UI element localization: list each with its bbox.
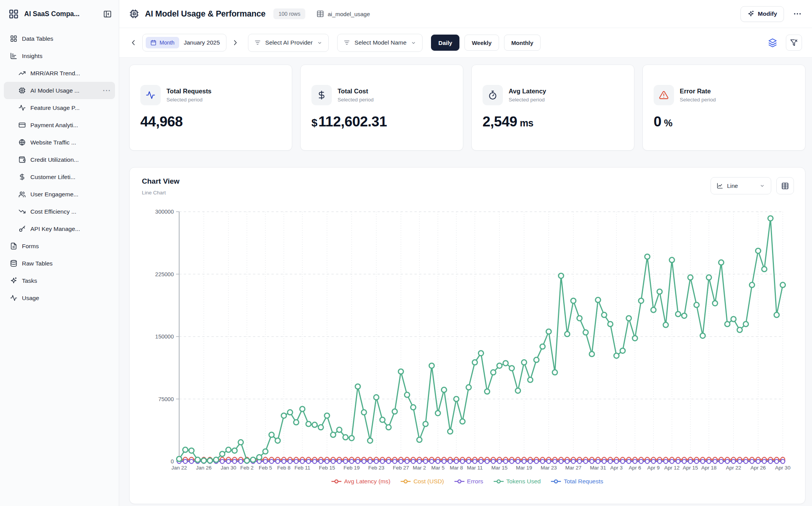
sidebar-item-label: Customer Lifeti...: [30, 174, 75, 181]
svg-text:Feb 8: Feb 8: [277, 465, 291, 471]
svg-text:150000: 150000: [155, 333, 174, 340]
chart-subtitle: Line Chart: [142, 190, 180, 196]
wallet-icon: [18, 156, 26, 163]
chevron-down-icon: [317, 40, 323, 46]
legend-label: Cost (USD): [413, 478, 444, 485]
table-icon: [316, 10, 324, 18]
sidebar-item-user-engageme[interactable]: User Engageme...: [4, 186, 115, 203]
more-menu-icon[interactable]: [793, 9, 802, 18]
table-icon: [781, 182, 789, 190]
svg-text:Apr 3: Apr 3: [610, 465, 622, 471]
granularity-weekly-button[interactable]: Weekly: [464, 35, 499, 51]
sidebar-item-raw-tables[interactable]: Raw Tables: [4, 255, 115, 272]
filter-x-icon: [790, 39, 798, 46]
chart-title: Chart View: [142, 177, 180, 186]
sidebar-item-credit-utilization[interactable]: Credit Utilization...: [4, 151, 115, 168]
sidebar-item-customer-lifeti[interactable]: Customer Lifeti...: [4, 168, 115, 186]
layers-icon[interactable]: [768, 38, 777, 48]
granularity-monthly-button[interactable]: Monthly: [504, 35, 541, 51]
sidebar-item-feature-usage-p[interactable]: Feature Usage P...: [4, 99, 115, 116]
database-icon: [10, 260, 17, 267]
sidebar-item-cost-efficiency[interactable]: Cost Efficiency ...: [4, 203, 115, 220]
sidebar: AI SaaS Compa... Data TablesInsightsMRR/…: [0, 0, 119, 506]
sparkles-icon: [747, 10, 754, 17]
legend-item-total-requests[interactable]: Total Requests: [551, 478, 603, 485]
kpi-icon-tile: [483, 85, 503, 105]
previous-period-button[interactable]: [129, 38, 138, 47]
ai-provider-select[interactable]: Select AI Provider: [248, 34, 329, 52]
sidebar-collapse-icon[interactable]: [103, 10, 112, 18]
svg-text:Feb 19: Feb 19: [344, 465, 360, 471]
sidebar-item-data-tables[interactable]: Data Tables: [4, 30, 115, 47]
table-view-button[interactable]: [776, 177, 794, 194]
legend-label: Total Requests: [564, 478, 603, 485]
kpi-card-avg-latency: Avg LatencySelected period2,549ms: [471, 65, 634, 151]
granularity-daily-button[interactable]: Daily: [431, 35, 459, 51]
sidebar-item-payment-analyti[interactable]: Payment Analyti...: [4, 116, 115, 134]
sidebar-item-label: Tasks: [22, 277, 37, 284]
svg-text:300000: 300000: [155, 209, 174, 215]
kpi-icon-tile: [654, 85, 674, 105]
svg-text:Mar 2: Mar 2: [413, 465, 426, 471]
list-filter-icon: [343, 39, 350, 46]
kpi-title: Total Requests: [166, 88, 211, 95]
legend-item-cost-usd[interactable]: Cost (USD): [401, 478, 444, 485]
users-icon: [18, 191, 26, 198]
svg-text:Apr 6: Apr 6: [629, 465, 641, 471]
period-selector[interactable]: Month January 2025: [142, 34, 226, 51]
svg-text:Feb 15: Feb 15: [319, 465, 335, 471]
sidebar-item-api-key-manage[interactable]: API Key Manage...: [4, 220, 115, 237]
sidebar-item-label: Payment Analyti...: [30, 122, 78, 129]
svg-text:Mar 11: Mar 11: [467, 465, 483, 471]
sidebar-item-label: Raw Tables: [22, 260, 53, 267]
sidebar-item-mrr-arr-trend[interactable]: MRR/ARR Trend...: [4, 65, 115, 82]
period-type-chip[interactable]: Month: [146, 37, 179, 48]
kpi-card-error-rate: Error RateSelected period0%: [642, 65, 805, 151]
sidebar-item-label: User Engageme...: [30, 191, 78, 198]
sidebar-item-website-traffic[interactable]: Website Traffic ...: [4, 134, 115, 151]
item-more-icon[interactable]: ···: [101, 87, 111, 95]
legend-marker-icon: [401, 479, 411, 484]
legend-item-tokens-used[interactable]: Tokens Used: [494, 478, 541, 485]
sidebar-item-label: Credit Utilization...: [30, 156, 79, 163]
line-chart-svg[interactable]: Jan 22Jan 26Jan 30Feb 2Feb 5Feb 8Feb 11F…: [130, 208, 806, 477]
svg-text:Feb 11: Feb 11: [295, 465, 310, 471]
svg-text:Jan 22: Jan 22: [171, 465, 187, 471]
rows-count-badge: 100 rows: [273, 8, 305, 19]
chart-type-select[interactable]: Line: [710, 177, 771, 194]
sidebar-item-insights[interactable]: Insights: [4, 47, 115, 65]
legend-marker-icon: [331, 479, 341, 484]
svg-text:Mar 15: Mar 15: [491, 465, 508, 471]
chart-legend: Avg Latency (ms)Cost (USD)ErrorsTokens U…: [130, 478, 805, 485]
legend-item-avg-latency-ms[interactable]: Avg Latency (ms): [331, 478, 390, 485]
legend-item-errors[interactable]: Errors: [454, 478, 483, 485]
model-name-select[interactable]: Select Model Name: [337, 34, 423, 52]
sidebar-item-tasks[interactable]: Tasks: [4, 272, 115, 289]
modify-button[interactable]: Modify: [740, 6, 784, 22]
kpi-title: Error Rate: [680, 88, 716, 95]
legend-label: Errors: [467, 478, 483, 485]
svg-text:Feb 23: Feb 23: [368, 465, 384, 471]
svg-text:Feb 27: Feb 27: [393, 465, 409, 471]
svg-text:Apr 18: Apr 18: [701, 465, 717, 471]
kpi-subtitle: Selected period: [338, 97, 374, 103]
legend-marker-icon: [494, 479, 504, 484]
sidebar-item-usage[interactable]: Usage: [4, 289, 115, 307]
clear-filters-button[interactable]: [786, 35, 802, 51]
sidebar-item-ai-model-usage[interactable]: AI Model Usage ...···: [4, 82, 115, 99]
kpi-value: 44,968: [140, 114, 281, 130]
svg-text:Mar 19: Mar 19: [516, 465, 532, 471]
granularity-toggle: DailyWeeklyMonthly: [431, 35, 541, 51]
legend-label: Tokens Used: [506, 478, 541, 485]
svg-text:Apr 15: Apr 15: [683, 465, 698, 471]
sidebar-item-label: Feature Usage P...: [30, 105, 80, 111]
source-table[interactable]: ai_model_usage: [316, 10, 370, 18]
sidebar-item-label: Forms: [22, 243, 39, 250]
sidebar-item-label: AI Model Usage ...: [30, 87, 80, 94]
page-header: AI Model Usage & Performance 100 rows ai…: [119, 0, 812, 28]
sidebar-item-label: API Key Manage...: [30, 226, 80, 232]
sidebar-item-label: MRR/ARR Trend...: [30, 70, 80, 77]
grid-icon: [10, 35, 17, 42]
next-period-button[interactable]: [231, 38, 240, 47]
sidebar-item-forms[interactable]: Forms: [4, 237, 115, 255]
